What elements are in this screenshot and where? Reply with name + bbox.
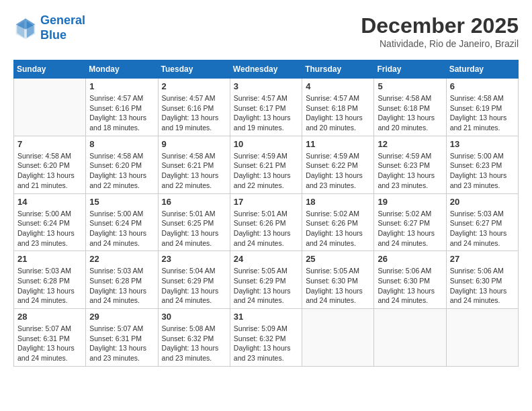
day-number: 31	[234, 312, 298, 322]
calendar-cell: 17Sunrise: 5:01 AM Sunset: 6:26 PM Dayli…	[230, 193, 302, 251]
calendar-cell: 3Sunrise: 4:57 AM Sunset: 6:17 PM Daylig…	[230, 79, 302, 136]
calendar-cell	[14, 79, 86, 136]
day-detail: Sunrise: 5:03 AM Sunset: 6:28 PM Dayligh…	[89, 266, 154, 306]
day-detail: Sunrise: 5:02 AM Sunset: 6:26 PM Dayligh…	[306, 209, 370, 248]
calendar-cell: 25Sunrise: 5:05 AM Sunset: 6:30 PM Dayli…	[302, 251, 374, 309]
calendar-cell: 31Sunrise: 5:09 AM Sunset: 6:32 PM Dayli…	[230, 309, 302, 367]
day-detail: Sunrise: 5:09 AM Sunset: 6:32 PM Dayligh…	[234, 324, 298, 363]
day-detail: Sunrise: 5:07 AM Sunset: 6:31 PM Dayligh…	[17, 324, 82, 363]
day-number: 13	[450, 139, 515, 149]
day-number: 29	[89, 312, 154, 322]
day-detail: Sunrise: 5:06 AM Sunset: 6:30 PM Dayligh…	[450, 266, 515, 306]
day-detail: Sunrise: 4:58 AM Sunset: 6:18 PM Dayligh…	[378, 93, 442, 133]
calendar-cell: 30Sunrise: 5:08 AM Sunset: 6:32 PM Dayli…	[158, 309, 230, 367]
calendar-cell: 5Sunrise: 4:58 AM Sunset: 6:18 PM Daylig…	[374, 79, 446, 136]
day-number: 1	[89, 81, 154, 91]
calendar-cell: 1Sunrise: 4:57 AM Sunset: 6:16 PM Daylig…	[86, 79, 158, 136]
calendar-cell: 18Sunrise: 5:02 AM Sunset: 6:26 PM Dayli…	[302, 193, 374, 251]
day-detail: Sunrise: 5:01 AM Sunset: 6:25 PM Dayligh…	[162, 209, 226, 248]
day-number: 15	[89, 197, 154, 207]
week-row-3: 14Sunrise: 5:00 AM Sunset: 6:24 PM Dayli…	[14, 193, 519, 251]
calendar-cell: 10Sunrise: 4:59 AM Sunset: 6:21 PM Dayli…	[230, 136, 302, 193]
calendar-cell: 22Sunrise: 5:03 AM Sunset: 6:28 PM Dayli…	[86, 251, 158, 309]
logo: General Blue	[13, 13, 85, 42]
day-detail: Sunrise: 4:58 AM Sunset: 6:20 PM Dayligh…	[89, 151, 154, 191]
month-title: December 2025	[361, 13, 519, 38]
weekday-header-sunday: Sunday	[14, 60, 86, 79]
weekday-header-saturday: Saturday	[446, 60, 518, 79]
calendar-cell: 11Sunrise: 4:59 AM Sunset: 6:22 PM Dayli…	[302, 136, 374, 193]
calendar-cell: 20Sunrise: 5:03 AM Sunset: 6:27 PM Dayli…	[446, 193, 518, 251]
calendar-cell: 28Sunrise: 5:07 AM Sunset: 6:31 PM Dayli…	[14, 309, 86, 367]
calendar-cell: 26Sunrise: 5:06 AM Sunset: 6:30 PM Dayli…	[374, 251, 446, 309]
week-row-5: 28Sunrise: 5:07 AM Sunset: 6:31 PM Dayli…	[14, 309, 519, 367]
day-number: 21	[17, 254, 82, 264]
weekday-header-tuesday: Tuesday	[158, 60, 230, 79]
day-detail: Sunrise: 5:05 AM Sunset: 6:30 PM Dayligh…	[306, 266, 370, 306]
day-number: 25	[306, 254, 370, 264]
day-number: 9	[162, 139, 226, 149]
location-subtitle: Natividade, Rio de Janeiro, Brazil	[361, 38, 519, 49]
day-number: 18	[306, 197, 370, 207]
day-number: 7	[17, 139, 82, 149]
day-number: 12	[378, 139, 442, 149]
day-number: 27	[450, 254, 515, 264]
day-detail: Sunrise: 5:03 AM Sunset: 6:28 PM Dayligh…	[17, 266, 82, 306]
calendar-cell: 4Sunrise: 4:57 AM Sunset: 6:18 PM Daylig…	[302, 79, 374, 136]
day-number: 30	[162, 312, 226, 322]
weekday-header-friday: Friday	[374, 60, 446, 79]
calendar-cell: 19Sunrise: 5:02 AM Sunset: 6:27 PM Dayli…	[374, 193, 446, 251]
weekday-header-monday: Monday	[86, 60, 158, 79]
day-number: 11	[306, 139, 370, 149]
day-detail: Sunrise: 4:58 AM Sunset: 6:21 PM Dayligh…	[162, 151, 226, 191]
day-detail: Sunrise: 5:05 AM Sunset: 6:29 PM Dayligh…	[234, 266, 298, 306]
day-detail: Sunrise: 4:57 AM Sunset: 6:17 PM Dayligh…	[234, 93, 298, 133]
logo-line1: General	[40, 13, 85, 27]
calendar-cell: 29Sunrise: 5:07 AM Sunset: 6:31 PM Dayli…	[86, 309, 158, 367]
day-number: 26	[378, 254, 442, 264]
day-number: 2	[162, 81, 226, 91]
calendar-cell: 23Sunrise: 5:04 AM Sunset: 6:29 PM Dayli…	[158, 251, 230, 309]
day-number: 16	[162, 197, 226, 207]
day-number: 6	[450, 81, 515, 91]
day-detail: Sunrise: 5:01 AM Sunset: 6:26 PM Dayligh…	[234, 209, 298, 248]
calendar-cell: 8Sunrise: 4:58 AM Sunset: 6:20 PM Daylig…	[86, 136, 158, 193]
calendar-cell: 14Sunrise: 5:00 AM Sunset: 6:24 PM Dayli…	[14, 193, 86, 251]
calendar-cell: 12Sunrise: 4:59 AM Sunset: 6:23 PM Dayli…	[374, 136, 446, 193]
calendar-cell: 15Sunrise: 5:00 AM Sunset: 6:24 PM Dayli…	[86, 193, 158, 251]
day-number: 3	[234, 81, 298, 91]
week-row-2: 7Sunrise: 4:58 AM Sunset: 6:20 PM Daylig…	[14, 136, 519, 193]
day-detail: Sunrise: 4:59 AM Sunset: 6:21 PM Dayligh…	[234, 151, 298, 191]
day-detail: Sunrise: 5:08 AM Sunset: 6:32 PM Dayligh…	[162, 324, 226, 363]
day-detail: Sunrise: 5:02 AM Sunset: 6:27 PM Dayligh…	[378, 209, 442, 248]
day-number: 20	[450, 197, 515, 207]
week-row-4: 21Sunrise: 5:03 AM Sunset: 6:28 PM Dayli…	[14, 251, 519, 309]
day-detail: Sunrise: 4:57 AM Sunset: 6:18 PM Dayligh…	[306, 93, 370, 133]
title-area: December 2025 Natividade, Rio de Janeiro…	[361, 13, 519, 49]
day-number: 10	[234, 139, 298, 149]
day-number: 24	[234, 254, 298, 264]
day-number: 5	[378, 81, 442, 91]
calendar-cell: 7Sunrise: 4:58 AM Sunset: 6:20 PM Daylig…	[14, 136, 86, 193]
weekday-header-wednesday: Wednesday	[230, 60, 302, 79]
logo-line2: Blue	[40, 28, 85, 43]
day-detail: Sunrise: 5:03 AM Sunset: 6:27 PM Dayligh…	[450, 209, 515, 248]
calendar-cell: 27Sunrise: 5:06 AM Sunset: 6:30 PM Dayli…	[446, 251, 518, 309]
calendar-cell: 24Sunrise: 5:05 AM Sunset: 6:29 PM Dayli…	[230, 251, 302, 309]
day-detail: Sunrise: 4:58 AM Sunset: 6:20 PM Dayligh…	[17, 151, 82, 191]
day-detail: Sunrise: 5:04 AM Sunset: 6:29 PM Dayligh…	[162, 266, 226, 306]
day-detail: Sunrise: 5:00 AM Sunset: 6:24 PM Dayligh…	[17, 209, 82, 248]
logo-icon	[13, 16, 38, 40]
day-number: 28	[17, 312, 82, 322]
day-detail: Sunrise: 4:57 AM Sunset: 6:16 PM Dayligh…	[89, 93, 154, 133]
day-number: 19	[378, 197, 442, 207]
day-detail: Sunrise: 5:00 AM Sunset: 6:24 PM Dayligh…	[89, 209, 154, 248]
calendar-cell: 9Sunrise: 4:58 AM Sunset: 6:21 PM Daylig…	[158, 136, 230, 193]
calendar-cell: 16Sunrise: 5:01 AM Sunset: 6:25 PM Dayli…	[158, 193, 230, 251]
day-detail: Sunrise: 4:59 AM Sunset: 6:22 PM Dayligh…	[306, 151, 370, 191]
day-number: 22	[89, 254, 154, 264]
calendar-cell	[446, 309, 518, 367]
day-detail: Sunrise: 5:00 AM Sunset: 6:23 PM Dayligh…	[450, 151, 515, 191]
calendar-cell: 6Sunrise: 4:58 AM Sunset: 6:19 PM Daylig…	[446, 79, 518, 136]
header: General Blue December 2025 Natividade, R…	[13, 13, 519, 49]
